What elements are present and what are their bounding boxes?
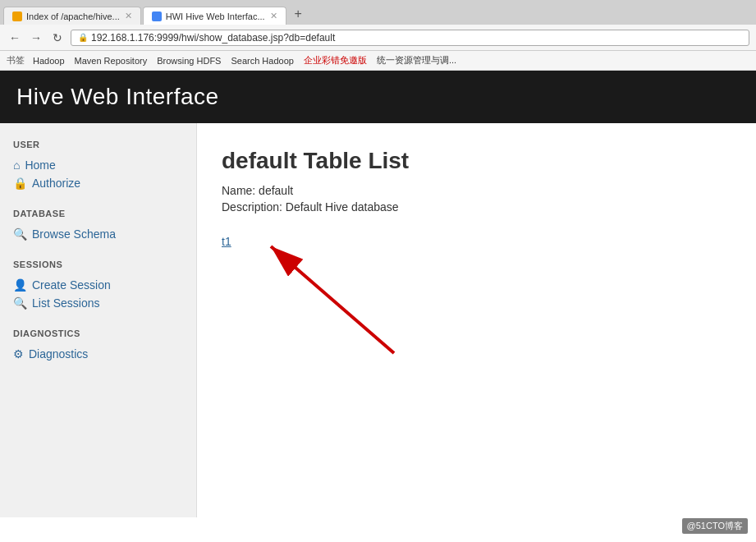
lock-icon: 🔒: [78, 33, 88, 42]
tab-close-1[interactable]: ✕: [125, 11, 132, 21]
bookmark-tongyi[interactable]: 统一资源管理与调...: [373, 54, 460, 67]
sidebar-title-sessions: SESSIONS: [13, 260, 183, 269]
browser-chrome: Index of /apache/hive... ✕ HWI Hive Web …: [0, 0, 756, 71]
home-icon: ⌂: [13, 158, 20, 172]
back-button[interactable]: ←: [7, 30, 23, 46]
sidebar-title-database: DATABASE: [13, 209, 183, 218]
sidebar-section-user: USER ⌂ Home 🔒 Authorize: [13, 140, 183, 192]
sidebar-label-diagnostics: Diagnostics: [29, 347, 88, 361]
tab-icon-2: [152, 11, 162, 21]
content-name: Name: default: [222, 184, 731, 197]
browser-addressbar: ← → ↻ 🔒 192.168.1.176:9999/hwi/show_data…: [0, 25, 756, 51]
sidebar-title-user: USER: [13, 140, 183, 149]
bookmark-hdfs[interactable]: Browsing HDFS: [153, 56, 224, 66]
content-description: Description: Default Hive database: [222, 200, 731, 214]
sidebar-label-authorize: Authorize: [32, 177, 80, 190]
sidebar-section-database: DATABASE 🔍 Browse Schema: [13, 209, 183, 243]
address-bar[interactable]: 🔒 192.168.1.176:9999/hwi/show_database.j…: [71, 30, 749, 46]
table-link-t1[interactable]: t1: [222, 235, 231, 248]
content-title: default Table List: [222, 148, 731, 174]
reload-button[interactable]: ↻: [49, 30, 66, 46]
sidebar-label-browse-schema: Browse Schema: [32, 227, 116, 241]
sidebar-title-diagnostics: DIAGNOSTICS: [13, 328, 183, 338]
tab-label-1: Index of /apache/hive...: [26, 11, 120, 21]
forward-button[interactable]: →: [28, 30, 44, 46]
address-text: 192.168.1.176:9999/hwi/show_database.jsp…: [91, 32, 335, 44]
sidebar-label-home: Home: [25, 158, 55, 172]
sidebar-label-create-session: Create Session: [32, 278, 111, 292]
gear-icon: ⚙: [13, 347, 24, 361]
page-content: Hive Web Interface USER ⌂ Home 🔒 Authori…: [0, 71, 756, 517]
sidebar: USER ⌂ Home 🔒 Authorize DATABASE 🔍 Brows…: [0, 123, 197, 517]
bookmarks-label: 书签: [7, 54, 25, 67]
sidebar-item-authorize[interactable]: 🔒 Authorize: [13, 174, 183, 192]
page-title: Hive Web Interface: [16, 84, 740, 110]
lock-icon-sidebar: 🔒: [13, 177, 27, 190]
tab-hwi[interactable]: HWI Hive Web Interfac... ✕: [143, 7, 286, 25]
tab-index[interactable]: Index of /apache/hive... ✕: [3, 7, 141, 25]
svg-line-1: [271, 246, 394, 353]
red-arrow-annotation: [246, 230, 427, 361]
sidebar-item-list-sessions[interactable]: 🔍 List Sessions: [13, 294, 183, 312]
hive-header: Hive Web Interface: [0, 71, 756, 123]
user-icon: 👤: [13, 278, 27, 292]
tab-close-2[interactable]: ✕: [270, 11, 277, 21]
sidebar-item-diagnostics[interactable]: ⚙ Diagnostics: [13, 345, 183, 363]
sidebar-section-sessions: SESSIONS 👤 Create Session 🔍 List Session…: [13, 260, 183, 312]
sidebar-section-diagnostics: DIAGNOSTICS ⚙ Diagnostics: [13, 328, 183, 363]
annotation-area: t1: [222, 222, 468, 370]
sidebar-item-browse-schema[interactable]: 🔍 Browse Schema: [13, 225, 183, 243]
search-icon-sessions: 🔍: [13, 296, 27, 310]
sidebar-item-home[interactable]: ⌂ Home: [13, 156, 183, 174]
bookmark-maven[interactable]: Maven Repository: [71, 56, 151, 66]
tab-label-2: HWI Hive Web Interfac...: [166, 11, 265, 21]
new-tab-button[interactable]: +: [288, 3, 309, 25]
bookmark-hadoop[interactable]: Hadoop: [30, 56, 68, 66]
main-layout: USER ⌂ Home 🔒 Authorize DATABASE 🔍 Brows…: [0, 123, 756, 517]
tab-icon-1: [12, 11, 22, 21]
sidebar-item-create-session[interactable]: 👤 Create Session: [13, 276, 183, 294]
bookmark-search[interactable]: Search Hadoop: [227, 56, 296, 66]
bookmarks-bar: 书签 Hadoop Maven Repository Browsing HDFS…: [0, 51, 756, 71]
sidebar-label-list-sessions: List Sessions: [32, 296, 99, 310]
bookmark-qiye[interactable]: 企业彩错免邀版: [300, 54, 370, 67]
browser-tabs: Index of /apache/hive... ✕ HWI Hive Web …: [0, 0, 756, 25]
search-icon-db: 🔍: [13, 227, 27, 241]
content-area: default Table List Name: default Descrip…: [197, 123, 756, 517]
